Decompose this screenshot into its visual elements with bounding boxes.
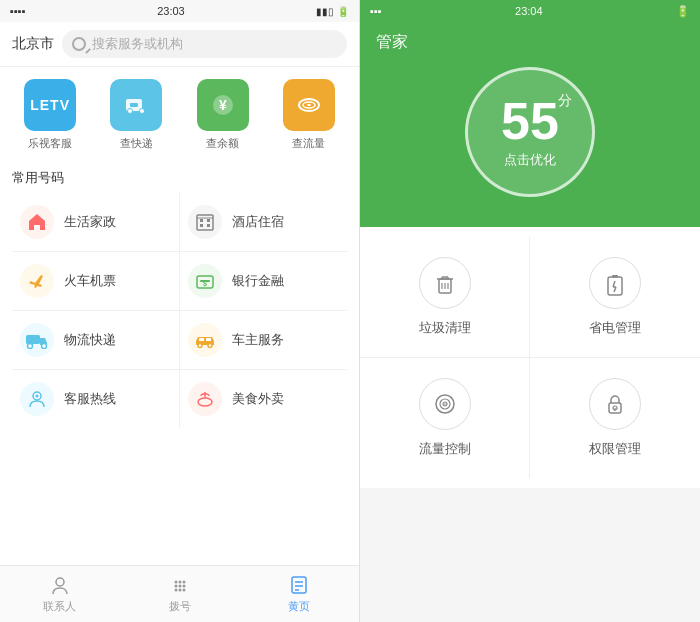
menu-item-car[interactable]: 车主服务 (180, 311, 348, 370)
quick-services: LETV 乐视客服 查快递 ¥ 查余额 (0, 67, 359, 163)
svg-point-38 (182, 589, 185, 592)
svg-point-33 (174, 585, 177, 588)
nav-contacts[interactable]: 联系人 (0, 566, 120, 622)
svg-point-21 (198, 344, 202, 348)
svg-point-59 (444, 403, 446, 405)
menu-item-bank[interactable]: $ 银行金融 (180, 252, 348, 311)
action-permissions-label: 权限管理 (589, 440, 641, 458)
service-kuaidi[interactable]: 查快递 (98, 79, 174, 151)
svg-point-30 (174, 581, 177, 584)
kuaidi-label: 查快递 (120, 136, 153, 151)
menu-item-food[interactable]: 美食外卖 (180, 370, 348, 428)
search-icon (72, 37, 86, 51)
flow-icon-circle (419, 378, 471, 430)
svg-point-8 (307, 104, 311, 106)
right-signal: ▪▪▪ (370, 5, 382, 17)
svg-rect-13 (207, 224, 210, 227)
left-time: 23:03 (157, 5, 185, 17)
liu-label: 查流量 (292, 136, 325, 151)
nav-dial[interactable]: 拨号 (120, 566, 240, 622)
permissions-icon-circle (589, 378, 641, 430)
svg-point-22 (208, 344, 212, 348)
right-top-section: 管家 55 分 点击优化 (360, 22, 700, 227)
liu-icon-box (283, 79, 335, 131)
yue-label: 查余额 (206, 136, 239, 151)
action-battery[interactable]: 省电管理 (530, 237, 700, 358)
hotel-icon (188, 205, 222, 239)
battery-icon: ▮▮▯ 🔋 (316, 6, 349, 17)
svg-rect-10 (200, 219, 203, 222)
menu-item-flight[interactable]: 火车机票 (12, 252, 180, 311)
svg-rect-52 (612, 275, 618, 278)
svg-point-34 (178, 585, 181, 588)
right-status-icons: ▪▪▪ (370, 5, 382, 17)
menu-label-flight: 火车机票 (64, 272, 116, 290)
service-liu[interactable]: 查流量 (271, 79, 347, 151)
car-icon (188, 323, 222, 357)
left-battery-area: ▮▮▯ 🔋 (316, 6, 349, 17)
nav-dial-label: 拨号 (169, 599, 191, 614)
pages-icon (288, 574, 310, 596)
action-permissions[interactable]: 权限管理 (530, 358, 700, 478)
menu-item-hotel[interactable]: 酒店住宿 (180, 193, 348, 252)
svg-rect-23 (199, 338, 204, 341)
flight-icon (20, 264, 54, 298)
action-flow-label: 流量控制 (419, 440, 471, 458)
nav-pages[interactable]: 黄页 (239, 566, 359, 622)
svg-rect-51 (608, 277, 622, 295)
left-bottom-nav: 联系人 拨号 黄页 (0, 565, 359, 622)
search-bar[interactable]: 搜索服务或机构 (62, 30, 347, 58)
left-status-bar: ▪▪▪▪ 23:03 ▮▮▯ 🔋 (0, 0, 359, 22)
svg-point-37 (178, 589, 181, 592)
bank-icon: $ (188, 264, 222, 298)
svg-point-3 (128, 109, 133, 114)
left-panel: ▪▪▪▪ 23:03 ▮▮▯ 🔋 北京市 搜索服务或机构 LETV 乐视客服 (0, 0, 360, 622)
menu-item-logistics[interactable]: 物流快递 (12, 311, 180, 370)
menu-label-hotel: 酒店住宿 (232, 213, 284, 231)
menu-label-home: 生活家政 (64, 213, 116, 231)
signal-icon: ▪▪▪▪ (10, 5, 26, 17)
score-sublabel: 点击优化 (504, 151, 556, 169)
menu-label-car: 车主服务 (232, 331, 284, 349)
trash-icon-circle (419, 257, 471, 309)
score-unit: 分 (558, 92, 572, 110)
svg-text:$: $ (203, 280, 207, 288)
score-circle[interactable]: 55 分 点击优化 (465, 67, 595, 197)
svg-point-31 (178, 581, 181, 584)
svg-rect-12 (200, 224, 203, 227)
nav-contacts-label: 联系人 (43, 599, 76, 614)
home-icon (20, 205, 54, 239)
svg-point-20 (42, 344, 47, 349)
service-letv[interactable]: LETV 乐视客服 (12, 79, 88, 151)
svg-point-35 (182, 585, 185, 588)
menu-label-logistics: 物流快递 (64, 331, 116, 349)
right-panel: ▪▪▪ 23:04 🔋 管家 55 分 点击优化 (360, 0, 700, 622)
section-title: 常用号码 (0, 163, 359, 193)
right-status-bar: ▪▪▪ 23:04 🔋 (360, 0, 700, 22)
letv-label: 乐视客服 (28, 136, 72, 151)
action-grid: 垃圾清理 省电管理 (360, 227, 700, 488)
right-time: 23:04 (515, 5, 543, 17)
city-label: 北京市 (12, 35, 54, 53)
score-number: 55 (501, 95, 559, 147)
svg-rect-18 (26, 335, 40, 344)
menu-label-bank: 银行金融 (232, 272, 284, 290)
battery-icon-circle (589, 257, 641, 309)
menu-item-hotline[interactable]: 客服热线 (12, 370, 180, 428)
right-battery: 🔋 (676, 5, 690, 18)
svg-point-27 (198, 398, 212, 406)
svg-point-26 (36, 395, 39, 398)
svg-rect-24 (206, 338, 211, 341)
svg-point-32 (182, 581, 185, 584)
service-yue[interactable]: ¥ 查余额 (185, 79, 261, 151)
svg-rect-11 (207, 219, 210, 222)
yue-icon-box: ¥ (197, 79, 249, 131)
score-circle-container: 55 分 点击优化 (376, 67, 684, 197)
action-flow[interactable]: 流量控制 (360, 358, 530, 478)
logistics-icon (20, 323, 54, 357)
letv-icon-box: LETV (24, 79, 76, 131)
action-trash[interactable]: 垃圾清理 (360, 237, 530, 358)
action-battery-label: 省电管理 (589, 319, 641, 337)
svg-point-36 (174, 589, 177, 592)
menu-item-home[interactable]: 生活家政 (12, 193, 180, 252)
